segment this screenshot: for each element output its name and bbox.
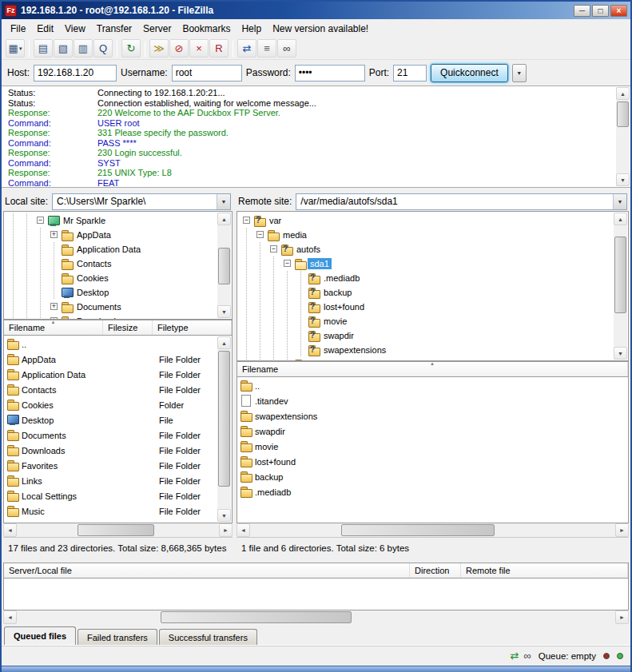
cancel-button[interactable]: ⊘: [169, 39, 189, 58]
remote-tree-item-backup[interactable]: ?backup: [240, 285, 614, 300]
local-horizontal-scrollbar[interactable]: ◄►: [3, 523, 233, 537]
scroll-down-arrow[interactable]: ▼: [614, 347, 627, 360]
remote-tree-item-lost-found[interactable]: ?lost+found: [240, 300, 614, 314]
column-header-remote-file[interactable]: Remote file: [461, 563, 628, 578]
remote-tree-item-var[interactable]: −?var: [240, 213, 614, 228]
tree-expander[interactable]: −: [253, 228, 267, 242]
toggle-local-tree-button[interactable]: ▧: [54, 39, 73, 58]
menu-item-file[interactable]: File: [5, 21, 31, 37]
find-files-button[interactable]: ∞: [277, 39, 296, 58]
toggle-transfer-queue-button[interactable]: Q: [93, 39, 113, 58]
local-tree-item-mr-sparkle[interactable]: −Mr Sparkle: [6, 213, 217, 228]
scroll-track[interactable]: [17, 523, 219, 537]
reconnect-button[interactable]: R: [209, 39, 229, 58]
scroll-down-arrow[interactable]: ▼: [217, 305, 231, 318]
scroll-up-arrow[interactable]: ▲: [614, 213, 627, 225]
combo-dropdown-icon[interactable]: ▼: [613, 194, 626, 209]
local-tree-item-documents[interactable]: +Documents: [6, 300, 217, 314]
menu-item-transfer[interactable]: Transfer: [91, 21, 137, 37]
combo-dropdown-icon[interactable]: ▼: [217, 194, 230, 209]
scrollbar-thumb[interactable]: [341, 524, 495, 536]
tree-expander[interactable]: −: [267, 242, 280, 256]
host-input[interactable]: [34, 65, 117, 82]
quickconnect-dropdown-button[interactable]: ▼: [512, 64, 527, 82]
scrollbar-thumb[interactable]: [614, 237, 626, 313]
file-row-documents[interactable]: DocumentsFile Folder: [4, 427, 232, 443]
scroll-track[interactable]: [614, 225, 627, 347]
toggle-remote-tree-button[interactable]: ▥: [74, 39, 93, 58]
quickconnect-button[interactable]: Quickconnect: [431, 64, 508, 82]
file-row-lost-found[interactable]: lost+found: [237, 454, 628, 469]
file-row-application-data[interactable]: Application DataFile Folder: [4, 367, 232, 382]
file-row-links[interactable]: LinksFile Folder: [4, 473, 232, 488]
menu-item-bookmarks[interactable]: Bookmarks: [177, 21, 236, 37]
remote-tree-item-swapextensions[interactable]: ?swapextensions: [240, 343, 614, 357]
file-row-movie[interactable]: movie: [237, 439, 628, 454]
menu-item-view[interactable]: View: [59, 21, 91, 37]
remote-tree-item-dvd[interactable]: ?dvd: [240, 357, 614, 361]
local-tree-item-cookies[interactable]: Cookies: [6, 271, 217, 285]
column-header-direction[interactable]: Direction: [410, 563, 461, 578]
scrollbar-thumb[interactable]: [617, 101, 629, 127]
scroll-track[interactable]: [217, 349, 231, 509]
remote-tree-item-movie[interactable]: ?movie: [240, 314, 614, 328]
directory-comparison-button[interactable]: ≡: [257, 39, 276, 58]
tree-expander[interactable]: −: [280, 256, 294, 271]
toggle-message-log-button[interactable]: ▤: [34, 39, 53, 58]
site-manager-button[interactable]: ▦▾: [6, 39, 25, 58]
remote-horizontal-scrollbar[interactable]: ◄►: [237, 523, 629, 537]
file-row-contacts[interactable]: ContactsFile Folder: [4, 382, 232, 397]
file-row-desktop[interactable]: DesktopFile: [4, 412, 232, 427]
message-log-scrollbar[interactable]: ▲▼: [616, 87, 630, 186]
scroll-up-arrow[interactable]: ▲: [217, 336, 231, 349]
file-row-item[interactable]: ..: [237, 378, 628, 393]
scroll-down-arrow[interactable]: ▼: [616, 173, 630, 186]
remote-tree-scrollbar[interactable]: ▲▼: [614, 213, 627, 360]
refresh-button[interactable]: ↻: [121, 39, 141, 58]
column-header-filename[interactable]: Filename▲: [237, 362, 628, 376]
scroll-right-arrow[interactable]: ►: [615, 610, 629, 624]
file-row-item[interactable]: ..: [4, 336, 232, 352]
file-row-titandev[interactable]: .titandev: [237, 393, 628, 408]
remote-tree-item-mediadb[interactable]: ?.mediadb: [240, 271, 614, 285]
menu-item-new-version-available[interactable]: New version available!: [267, 21, 374, 37]
remote-tree-item-swapdir[interactable]: ?swapdir: [240, 328, 614, 343]
maximize-button[interactable]: □: [592, 5, 609, 17]
remote-site-combobox[interactable]: /var/media/autofs/sda1 ▼: [296, 193, 627, 210]
synchronized-browsing-button[interactable]: ⇄: [237, 39, 256, 58]
column-header-filetype[interactable]: Filetype: [153, 320, 232, 335]
tree-expander[interactable]: −: [240, 213, 253, 228]
port-input[interactable]: [393, 65, 427, 82]
menu-item-server[interactable]: Server: [137, 21, 177, 37]
close-button[interactable]: ×: [610, 5, 627, 17]
local-tree-item-application-data[interactable]: Application Data: [6, 242, 217, 256]
remote-tree-item-media[interactable]: −media: [240, 228, 614, 242]
scroll-right-arrow[interactable]: ►: [615, 523, 629, 537]
file-row-cookies[interactable]: CookiesFolder: [4, 397, 232, 412]
scrollbar-thumb[interactable]: [161, 611, 352, 623]
local-tree-item-contacts[interactable]: Contacts: [6, 256, 217, 271]
file-row-swapextensions[interactable]: swapextensions: [237, 408, 628, 423]
tab-failed-transfers[interactable]: Failed transfers: [78, 629, 157, 645]
scroll-up-arrow[interactable]: ▲: [217, 213, 231, 225]
password-input[interactable]: [295, 65, 365, 82]
title-bar[interactable]: Fz 192.168.1.20 - root@192.168.1.20 - Fi…: [2, 2, 630, 19]
scrollbar-thumb[interactable]: [78, 524, 154, 536]
tree-expander[interactable]: +: [47, 228, 61, 242]
scroll-left-arrow[interactable]: ◄: [3, 523, 17, 537]
username-input[interactable]: [172, 65, 242, 82]
scrollbar-thumb[interactable]: [218, 351, 230, 487]
file-row-swapdir[interactable]: swapdir: [237, 423, 628, 439]
local-site-combobox[interactable]: C:\Users\Mr Sparkle\ ▼: [52, 193, 231, 210]
remote-tree-item-sda1[interactable]: −sda1: [240, 256, 614, 271]
scroll-track[interactable]: [17, 610, 615, 624]
local-file-list-scrollbar[interactable]: ▲▼: [217, 336, 231, 522]
remote-tree-item-autofs[interactable]: −?autofs: [240, 242, 614, 256]
file-row-mediadb[interactable]: .mediadb: [237, 484, 628, 499]
file-row-local-settings[interactable]: Local SettingsFile Folder: [4, 488, 232, 503]
minimize-button[interactable]: ─: [574, 5, 590, 17]
file-row-downloads[interactable]: DownloadsFile Folder: [4, 443, 232, 458]
local-tree-item-appdata[interactable]: +AppData: [6, 228, 217, 242]
column-header-filename[interactable]: Filename▲: [4, 320, 103, 335]
scroll-track[interactable]: [250, 523, 615, 537]
